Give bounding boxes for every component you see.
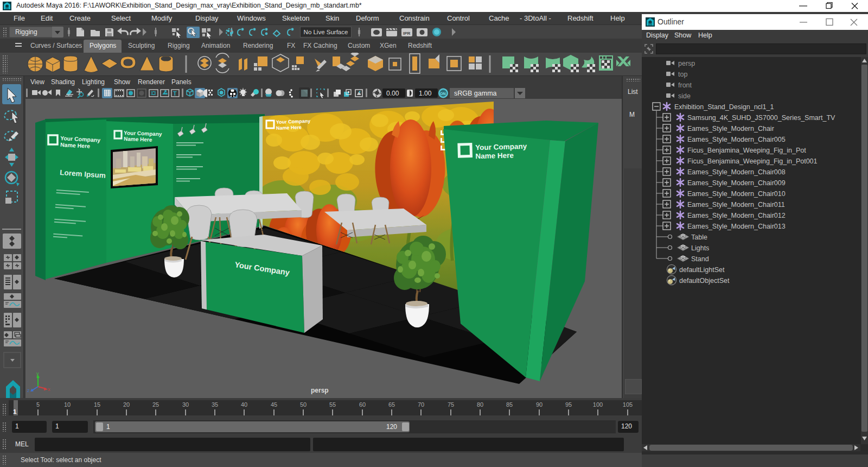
svg-text:100: 100 [593, 401, 603, 408]
svg-text:20: 20 [123, 401, 130, 408]
svg-text:Table: Table [691, 234, 707, 241]
svg-text:70: 70 [418, 401, 424, 408]
svg-text:front: front [678, 81, 692, 89]
svg-text:60: 60 [359, 401, 366, 408]
svg-text:5: 5 [36, 401, 40, 408]
svg-text:50: 50 [300, 401, 307, 408]
svg-text:40: 40 [241, 401, 247, 408]
svg-text:45: 45 [271, 401, 277, 408]
svg-text:IPR: IPR [403, 31, 411, 36]
svg-text:Eames_Style_Modern_Chair011: Eames_Style_Modern_Chair011 [687, 201, 785, 209]
svg-text:Eames_Style_Modern_Chair013: Eames_Style_Modern_Chair013 [687, 223, 786, 230]
svg-text:55: 55 [329, 401, 336, 408]
svg-text:Eames_Style_Modern_Chair005: Eames_Style_Modern_Chair005 [687, 136, 786, 143]
svg-text:Eames_Style_Modern_Chair: Eames_Style_Modern_Chair [687, 125, 774, 132]
svg-text:1.00: 1.00 [419, 90, 432, 97]
svg-text:10: 10 [64, 401, 71, 408]
svg-text:Eames_Style_Modern_Chair012: Eames_Style_Modern_Chair012 [687, 212, 786, 219]
svg-text:Your Company: Your Company [475, 142, 527, 152]
svg-text:Exhibition_Stand_Design_ncl1_1: Exhibition_Stand_Design_ncl1_1 [674, 103, 774, 111]
svg-text:25: 25 [152, 401, 159, 408]
svg-text:15: 15 [94, 401, 100, 408]
svg-text:Samsung_4K_SUHD_JS7000_Series_: Samsung_4K_SUHD_JS7000_Series_Smart_TV [687, 114, 835, 122]
svg-text:1: 1 [13, 408, 17, 415]
svg-text:Eames_Style_Modern_Chair008: Eames_Style_Modern_Chair008 [687, 168, 786, 176]
svg-text:Ficus_Benjamina_Weeping_Fig_in: Ficus_Benjamina_Weeping_Fig_in_Pot [687, 147, 806, 154]
svg-text:95: 95 [565, 401, 572, 408]
svg-text:Ficus_Benjamina_Weeping_Fig_in: Ficus_Benjamina_Weeping_Fig_in_Pot001 [687, 157, 818, 165]
svg-text:top: top [678, 71, 687, 78]
svg-text:Eames_Style_Modern_Chair009: Eames_Style_Modern_Chair009 [687, 179, 786, 187]
svg-text:side: side [678, 92, 691, 100]
svg-text:Name Here: Name Here [475, 151, 514, 160]
svg-text:35: 35 [212, 401, 218, 408]
svg-text:30: 30 [182, 401, 189, 408]
svg-text:90: 90 [536, 401, 542, 408]
svg-text:defaultLightSet: defaultLightSet [679, 266, 725, 274]
svg-text:T: T [173, 90, 177, 97]
svg-text:65: 65 [388, 401, 395, 408]
svg-text:0.00: 0.00 [386, 90, 399, 97]
svg-text:persp: persp [678, 60, 695, 67]
svg-text:Lights: Lights [691, 244, 709, 252]
svg-text:z: z [27, 388, 30, 393]
svg-text:80: 80 [477, 401, 483, 408]
svg-text:75: 75 [448, 401, 454, 408]
svg-text:defaultObjectSet: defaultObjectSet [679, 277, 730, 285]
svg-text:Name Here: Name Here [124, 136, 152, 143]
svg-text:105: 105 [623, 401, 633, 408]
svg-text:persp: persp [311, 387, 329, 394]
svg-text:y: y [36, 371, 39, 376]
svg-text:ON: ON [440, 92, 446, 96]
svg-text:x: x [48, 387, 50, 392]
svg-text:Stand: Stand [691, 255, 709, 263]
svg-text:Eames_Style_Modern_Chair010: Eames_Style_Modern_Chair010 [687, 190, 786, 198]
svg-text:Name Here: Name Here [276, 124, 302, 131]
svg-text:sRGB gamma: sRGB gamma [454, 90, 497, 97]
svg-text:85: 85 [506, 401, 513, 408]
